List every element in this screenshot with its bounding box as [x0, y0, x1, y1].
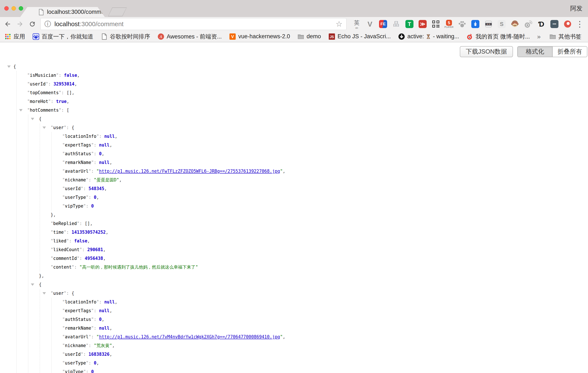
json-children: {"user": {"locationInfo": null,"expertTa…: [28, 115, 285, 373]
json-colon: :: [94, 317, 99, 322]
monkey-icon[interactable]: [510, 19, 520, 29]
json-value: 0: [91, 369, 94, 373]
tampermonkey-shield-icon[interactable]: T: [405, 19, 414, 29]
json-colon: :: [88, 195, 94, 200]
bookmark-weibo-home[interactable]: 我的首页 微博-随时...: [466, 33, 530, 40]
checkmarks-icon-glyph: ↡: [471, 20, 479, 28]
bookmark-active-waiting[interactable]: active:- waiting...: [398, 33, 459, 40]
json-children: "locationInfo": null,"expertTags": null,…: [52, 298, 285, 373]
json-children: "isMusician": false,"userId": 32953014,"…: [16, 71, 285, 373]
close-window-button[interactable]: [4, 6, 9, 11]
json-key-quote: ": [91, 160, 94, 165]
vimium-icon[interactable]: V: [365, 19, 375, 29]
collapse-toggle-icon[interactable]: [7, 65, 11, 68]
json-key: commentId: [53, 256, 77, 261]
json-key-quote: ": [62, 317, 65, 322]
reload-button[interactable]: [28, 20, 37, 28]
zoom-window-button[interactable]: [19, 6, 23, 11]
bookmark-star-icon[interactable]: ☆: [336, 20, 342, 29]
profile-name[interactable]: 阿发: [570, 4, 582, 13]
json-key-quote: ": [91, 317, 94, 322]
format-toggle-button[interactable]: 格式化: [518, 47, 552, 57]
address-bar[interactable]: ⓘ localhost :3000/comment ☆: [40, 18, 346, 30]
json-value: 0: [94, 361, 96, 366]
fe-icon-glyph: FE: [379, 20, 387, 28]
json-line: "locationInfo": null,: [52, 132, 285, 141]
proxy-mask-icon[interactable]: [484, 19, 493, 29]
download-json-button[interactable]: 下载JSON数据: [460, 46, 513, 57]
json-key-quote: ": [62, 160, 65, 165]
json-key-quote: ": [77, 221, 79, 226]
site-info-icon[interactable]: ⓘ: [44, 20, 51, 29]
shadowsocks-icon[interactable]: S: [497, 19, 506, 29]
bookmark-vue-hackernews-icon: V: [229, 33, 236, 40]
chrome-menu-icon[interactable]: ⋮: [576, 19, 584, 29]
json-key-quote: ": [62, 186, 65, 191]
bookmark-demo-icon: [297, 33, 304, 40]
back-button[interactable]: [3, 20, 12, 28]
json-key-quote: ": [62, 343, 65, 348]
fe-icon[interactable]: FE: [378, 19, 388, 29]
json-key: moreHot: [30, 99, 48, 104]
bookmarks-overflow-icon[interactable]: »: [537, 33, 541, 40]
json-colon: :: [66, 125, 72, 130]
json-string-quote: ": [280, 169, 283, 174]
collapse-toggle-icon[interactable]: [31, 118, 34, 120]
json-key-quote: ": [62, 361, 65, 366]
json-key: authStatus: [65, 151, 91, 156]
red-o-icon[interactable]: [563, 19, 572, 29]
json-line: "userId": 32953014,: [17, 80, 285, 88]
json-line: "expertTags": null,: [52, 141, 285, 149]
other-bookmarks[interactable]: 其他书签: [549, 33, 581, 40]
json-string-quote: ": [195, 265, 198, 270]
qrcode-icon[interactable]: [431, 19, 441, 29]
collapse-toggle-icon[interactable]: [19, 109, 22, 111]
json-url-link[interactable]: http://p1.music.126.net/7vM4nvBdrYw1cWgk…: [99, 334, 280, 339]
json-string-quote: ": [116, 177, 119, 182]
bookmark-baidu[interactable]: 百度一下，你就知道: [32, 33, 93, 40]
json-value: null: [104, 299, 115, 305]
d-letter-icon[interactable]: Ɗ: [536, 19, 546, 29]
bookmark-demo[interactable]: demo: [297, 33, 321, 40]
sitemap-icon[interactable]: 品: [392, 19, 401, 29]
json-colon: :: [91, 169, 96, 174]
json-key-quote: ": [91, 151, 94, 156]
bookmarks-bar: 应用百度一下，你就知道谷歌按时间排序AAwesomes - 前端资...Vvue…: [0, 31, 588, 42]
json-colon: :: [94, 151, 99, 156]
paw-icon[interactable]: [457, 19, 467, 29]
browser-tab[interactable]: localhost:3000/comment ×: [20, 7, 105, 17]
forward-button[interactable]: [16, 20, 24, 28]
weibo-gray-icon[interactable]: [523, 19, 533, 29]
json-colon: :: [86, 203, 91, 209]
tab-strip: localhost:3000/comment × 阿发: [0, 0, 588, 17]
translate-icon[interactable]: 英en: [352, 19, 361, 29]
bookmark-awesomes-icon: A: [157, 33, 165, 40]
json-key: locationInfo: [65, 299, 96, 305]
json-colon: :: [61, 108, 66, 113]
bookmark-vue-hackernews[interactable]: Vvue-hackernews-2.0: [229, 33, 290, 40]
json-brace: }: [39, 273, 42, 278]
json-colon: :: [88, 361, 94, 366]
bookmark-echojs[interactable]: JSEcho JS - JavaScri...: [328, 33, 391, 40]
new-tab-button[interactable]: [108, 7, 127, 16]
json-key-quote: ": [62, 142, 65, 148]
json-line: "isMusician": false,: [17, 71, 285, 80]
json-colon: :: [66, 291, 72, 296]
bookmark-google-sort[interactable]: 谷歌按时间排序: [101, 33, 150, 40]
minimize-window-button[interactable]: [11, 6, 16, 11]
password-dots-icon[interactable]: •••: [550, 19, 559, 29]
collapse-toggle-icon[interactable]: [42, 292, 46, 295]
bookmark-apps[interactable]: 应用: [4, 33, 25, 40]
tab-title: localhost:3000/comment: [47, 9, 109, 15]
collapse-all-button[interactable]: 折叠所有: [552, 47, 587, 57]
video-speed-icon[interactable]: ≫: [418, 19, 427, 29]
json-url-link[interactable]: http://p1.music.126.net/FwTFLzZFZOZO5WFL…: [99, 169, 280, 174]
checkmarks-icon[interactable]: ↡: [471, 19, 480, 29]
json-children: "user": {"locationInfo": null,"expertTag…: [40, 289, 285, 373]
collapse-toggle-icon[interactable]: [31, 283, 34, 286]
html5-player-icon[interactable]: 5PLAYER: [444, 19, 454, 29]
json-line: "vipType": 0: [52, 202, 285, 211]
collapse-toggle-icon[interactable]: [42, 127, 46, 129]
json-value: 16838326: [88, 352, 109, 357]
bookmark-awesomes[interactable]: AAwesomes - 前端资...: [157, 33, 222, 40]
